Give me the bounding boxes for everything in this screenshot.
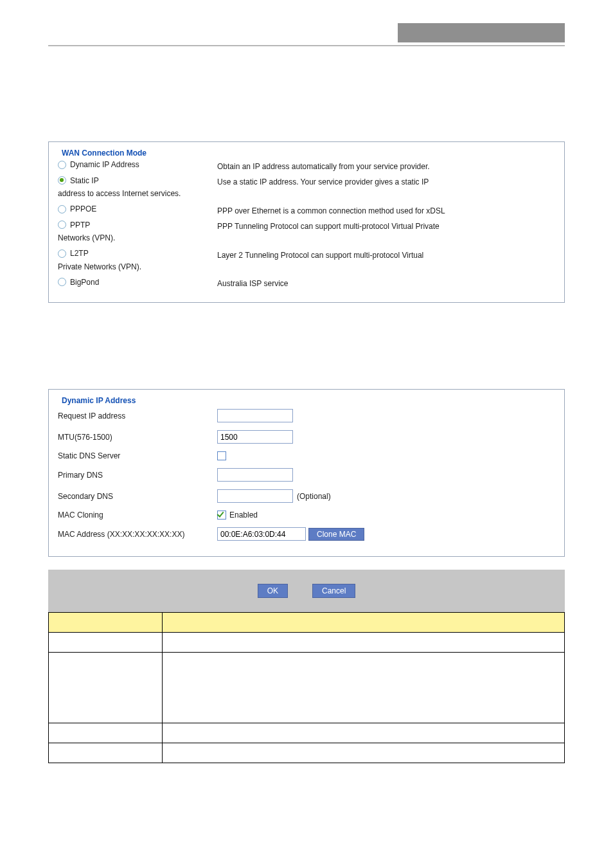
lbl-mac-cloning: MAC Cloning bbox=[58, 511, 217, 520]
mac-address-input[interactable] bbox=[217, 527, 306, 541]
action-bar: OK Cancel bbox=[48, 570, 565, 612]
radio-label-dynamic: Dynamic IP Address bbox=[70, 160, 139, 169]
desc-pptp-line1: PPP Tunneling Protocol can support multi… bbox=[217, 222, 555, 231]
radio-dynamic-ip[interactable] bbox=[58, 161, 66, 169]
desc-l2tp-line2: Private Networks (VPN). bbox=[58, 262, 555, 275]
desc-pptp-line2: Networks (VPN). bbox=[58, 233, 555, 246]
desc-dynamic: Obtain an IP address automatically from … bbox=[217, 162, 555, 171]
table-row bbox=[49, 743, 565, 763]
dyn-legend: Dynamic IP Address bbox=[58, 396, 139, 405]
table-cell bbox=[49, 633, 163, 653]
table-header-cell-a bbox=[49, 613, 163, 633]
table-cell bbox=[162, 633, 564, 653]
secondary-dns-input[interactable] bbox=[217, 489, 293, 503]
header-rule bbox=[48, 45, 565, 46]
desc-static-line2: address to access Internet services. bbox=[58, 189, 555, 202]
cancel-button[interactable]: Cancel bbox=[312, 584, 355, 598]
lbl-mac-address: MAC Address (XX:XX:XX:XX:XX:XX) bbox=[58, 530, 217, 539]
table-cell bbox=[162, 653, 564, 723]
table-header-cell-b bbox=[162, 613, 564, 633]
desc-pppoe: PPP over Ethernet is a common connection… bbox=[217, 206, 555, 215]
radio-static-ip[interactable] bbox=[58, 176, 66, 185]
desc-static-line1: Use a static IP address. Your service pr… bbox=[217, 177, 555, 186]
table-cell bbox=[49, 743, 163, 763]
radio-bigpond[interactable] bbox=[58, 278, 66, 286]
table-cell bbox=[162, 723, 564, 743]
mtu-input[interactable] bbox=[217, 430, 293, 444]
radio-label-pptp: PPTP bbox=[70, 221, 90, 230]
lbl-primary-dns: Primary DNS bbox=[58, 471, 217, 480]
clone-mac-button[interactable]: Clone MAC bbox=[308, 528, 364, 541]
desc-bigpond: Australia ISP service bbox=[217, 279, 555, 288]
radio-pptp[interactable] bbox=[58, 221, 66, 229]
header-stripe bbox=[398, 23, 565, 42]
lbl-enabled: Enabled bbox=[229, 511, 258, 520]
mac-cloning-checkbox[interactable] bbox=[217, 511, 226, 520]
radio-label-pppoe: PPPOE bbox=[70, 204, 96, 213]
table-row bbox=[49, 723, 565, 743]
lbl-request-ip: Request IP address bbox=[58, 411, 217, 420]
ok-button[interactable]: OK bbox=[258, 584, 288, 598]
dynamic-ip-group: Dynamic IP Address Request IP address MT… bbox=[48, 389, 565, 557]
table-header-row bbox=[49, 613, 565, 633]
radio-pppoe[interactable] bbox=[58, 205, 66, 213]
lbl-mtu: MTU(576-1500) bbox=[58, 433, 217, 442]
desc-l2tp-line1: Layer 2 Tunneling Protocol can support m… bbox=[217, 251, 555, 260]
radio-l2tp[interactable] bbox=[58, 249, 66, 258]
table-cell bbox=[49, 653, 163, 723]
table-cell bbox=[49, 723, 163, 743]
table-row bbox=[49, 633, 565, 653]
static-dns-checkbox[interactable] bbox=[217, 451, 226, 460]
radio-label-bigpond: BigPond bbox=[70, 278, 99, 287]
request-ip-input[interactable] bbox=[217, 409, 293, 422]
primary-dns-input[interactable] bbox=[217, 468, 293, 482]
info-table bbox=[48, 612, 565, 763]
lbl-optional: (Optional) bbox=[297, 492, 331, 501]
radio-label-static: Static IP bbox=[70, 176, 99, 185]
radio-label-l2tp: L2TP bbox=[70, 249, 89, 258]
wan-legend: WAN Connection Mode bbox=[58, 149, 150, 158]
lbl-static-dns: Static DNS Server bbox=[58, 451, 217, 460]
table-cell bbox=[162, 743, 564, 763]
wan-connection-mode-group: WAN Connection Mode Dynamic IP Address O… bbox=[48, 141, 565, 303]
lbl-secondary-dns: Secondary DNS bbox=[58, 492, 217, 501]
table-row bbox=[49, 653, 565, 723]
